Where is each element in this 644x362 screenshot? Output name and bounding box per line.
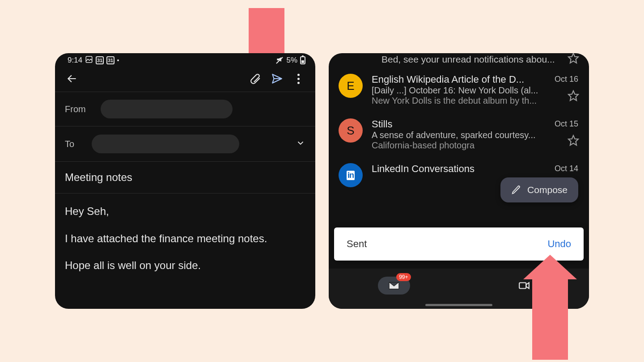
svg-marker-3 — [568, 53, 578, 63]
body-line: I have attached the finance meeting note… — [65, 232, 305, 246]
star-icon — [568, 135, 579, 146]
paperclip-icon — [250, 73, 261, 84]
star-icon — [568, 90, 579, 101]
video-icon — [518, 280, 530, 291]
linkedin-icon: in — [347, 171, 355, 180]
arrow-left-icon — [66, 73, 78, 84]
send-button[interactable] — [267, 69, 287, 88]
mute-icon — [275, 56, 284, 64]
status-bar: 9:14 31 31 5% — [55, 53, 315, 66]
subject-text: Meeting notes — [65, 171, 132, 184]
subject-field[interactable]: Meeting notes — [55, 162, 315, 193]
svg-marker-4 — [568, 91, 578, 101]
image-icon — [85, 55, 93, 66]
mail-date: Oct 16 — [555, 75, 578, 84]
back-button[interactable] — [62, 69, 82, 88]
star-icon[interactable] — [568, 53, 579, 64]
email-body[interactable]: Hey Seh, I have attached the finance mee… — [55, 194, 315, 296]
mail-item[interactable]: S Stills A sense of adventure, sparked c… — [329, 112, 589, 157]
partial-item-snippet: Bed, see your unread notifications abou.… — [329, 54, 589, 67]
body-line: Hey Seh, — [65, 204, 305, 219]
mail-date: Oct 15 — [555, 119, 578, 129]
undo-button[interactable]: Undo — [547, 238, 571, 250]
nav-mail-button[interactable]: 99+ — [378, 277, 410, 295]
unread-badge: 99+ — [396, 273, 411, 281]
svg-rect-6 — [519, 283, 526, 289]
expand-recipients-button[interactable] — [296, 138, 305, 150]
more-notifications-dot — [117, 59, 119, 61]
snackbar-message: Sent — [347, 238, 367, 250]
compose-button[interactable]: Compose — [500, 177, 578, 202]
mail-sender: English Wikipedia Article of the D... — [372, 74, 579, 85]
mail-sender: LinkedIn Conversations — [372, 163, 579, 175]
from-label: From — [65, 104, 101, 114]
mail-sender: Stills — [372, 118, 579, 130]
calendar-icon: 31 — [106, 56, 114, 64]
mail-snippet: California-based photogra — [372, 140, 579, 151]
battery-icon — [300, 56, 305, 64]
send-icon — [271, 73, 283, 84]
avatar: in — [339, 163, 363, 187]
avatar: E — [339, 74, 363, 98]
mail-subject: [Daily ...] October 16: New York Dolls (… — [372, 85, 579, 96]
chevron-down-icon — [296, 138, 305, 148]
pencil-icon — [511, 185, 521, 195]
home-indicator — [425, 304, 492, 306]
from-field[interactable]: From — [55, 92, 315, 126]
more-button[interactable] — [288, 69, 308, 88]
to-label: To — [65, 139, 92, 149]
compose-screen: 9:14 31 31 5% From — [55, 53, 315, 309]
mail-icon — [388, 280, 400, 291]
more-vertical-icon — [297, 74, 300, 84]
star-button[interactable] — [568, 90, 579, 103]
mail-item[interactable]: E English Wikipedia Article of the D... … — [329, 67, 589, 112]
body-line: Hope all is well on your side. — [65, 258, 305, 273]
to-field[interactable]: To — [55, 126, 315, 161]
mail-snippet: New York Dolls is the debut album by th.… — [372, 96, 579, 106]
svg-marker-5 — [568, 135, 578, 145]
avatar: S — [339, 118, 363, 143]
status-time: 9:14 — [68, 56, 82, 65]
mail-subject: A sense of adventure, sparked courtesy..… — [372, 130, 579, 140]
to-value-chip — [92, 135, 239, 153]
attach-button[interactable] — [246, 69, 265, 88]
compose-label: Compose — [527, 185, 568, 195]
star-button[interactable] — [568, 135, 579, 148]
compose-toolbar — [55, 66, 315, 92]
battery-percent: 5% — [286, 56, 297, 65]
from-value-chip — [101, 100, 233, 118]
calendar-icon: 31 — [96, 56, 104, 64]
mail-date: Oct 14 — [555, 164, 578, 173]
